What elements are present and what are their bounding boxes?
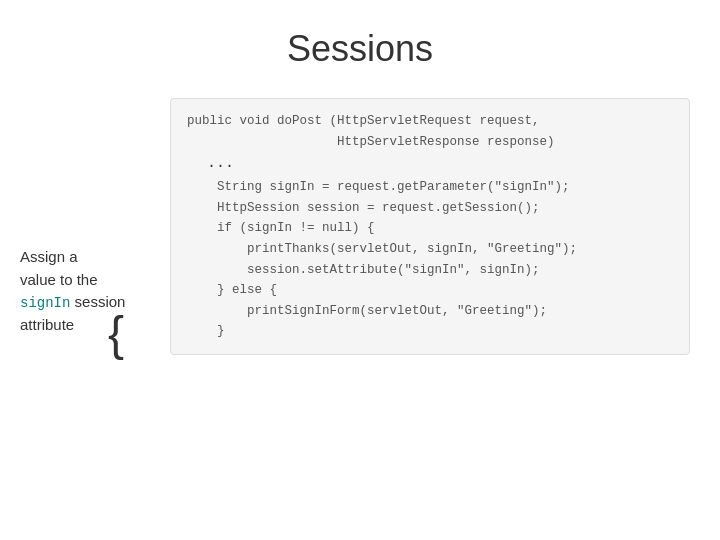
code-line-1: public void doPost (HttpServletRequest r… [187, 111, 673, 132]
code-line-6: printThanks(servletOut, signIn, "Greetin… [187, 239, 673, 260]
content-area: Assign a value to the signIn session att… [0, 88, 720, 355]
annotation-line4: attribute [20, 316, 74, 333]
code-line-2: HttpServletResponse response) [187, 132, 673, 153]
annotation-line1: Assign a [20, 248, 78, 265]
code-line-5: if (signIn != null) { [187, 218, 673, 239]
code-line-9: printSignInForm(servletOut, "Greeting"); [187, 301, 673, 322]
code-line-3: String signIn = request.getParameter("si… [187, 177, 673, 198]
code-line-8: } else { [187, 280, 673, 301]
page-title: Sessions [0, 0, 720, 88]
annotation-line2: value to the [20, 271, 98, 288]
code-line-10: } [187, 321, 673, 342]
brace-symbol: { [108, 310, 124, 358]
code-line-4: HttpSession session = request.getSession… [187, 198, 673, 219]
annotation-text: Assign a value to the signIn session att… [20, 98, 140, 337]
annotation-code: signIn [20, 295, 70, 311]
code-ellipsis: ... [187, 152, 673, 177]
code-block: public void doPost (HttpServletRequest r… [170, 98, 690, 355]
code-line-7: session.setAttribute("signIn", signIn); [187, 260, 673, 281]
